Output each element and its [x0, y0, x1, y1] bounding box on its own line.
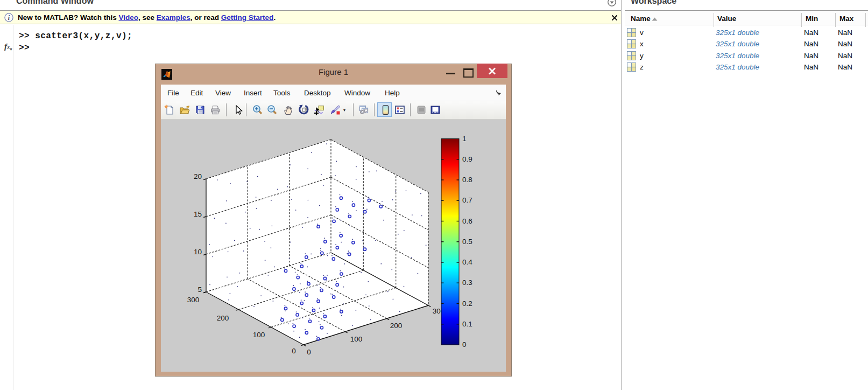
svg-text:1: 1	[462, 135, 467, 143]
svg-text:0.1: 0.1	[462, 320, 472, 328]
svg-text:100: 100	[350, 335, 363, 343]
svg-text:0.7: 0.7	[462, 196, 472, 204]
svg-text:300: 300	[187, 296, 200, 304]
svg-text:5: 5	[197, 285, 202, 294]
svg-text:0.2: 0.2	[462, 300, 472, 308]
svg-text:0: 0	[292, 347, 296, 355]
svg-text:0.4: 0.4	[462, 258, 472, 266]
svg-text:15: 15	[194, 210, 202, 218]
svg-text:10: 10	[194, 248, 202, 256]
svg-text:0.9: 0.9	[462, 155, 472, 163]
svg-text:0.8: 0.8	[462, 176, 472, 184]
svg-text:20: 20	[194, 172, 202, 180]
svg-text:0.3: 0.3	[462, 278, 472, 287]
svg-text:0: 0	[307, 348, 311, 356]
svg-text:100: 100	[253, 331, 265, 339]
svg-text:200: 200	[390, 322, 403, 330]
svg-text:0.5: 0.5	[462, 238, 472, 246]
svg-text:0: 0	[462, 340, 467, 349]
svg-text:200: 200	[217, 314, 229, 322]
svg-text:0.6: 0.6	[462, 217, 472, 225]
